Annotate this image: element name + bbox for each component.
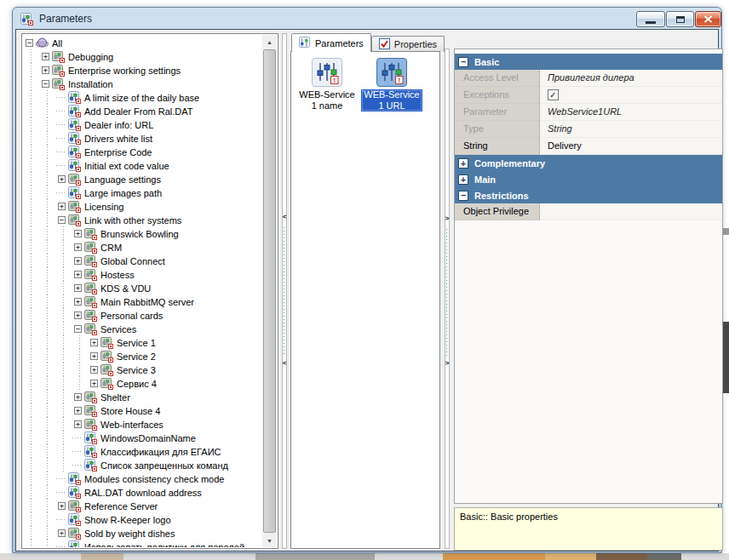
tree-item[interactable]: +CRM	[23, 240, 262, 254]
tree-item[interactable]: Список запрещенных команд	[23, 458, 262, 471]
parameter-item[interactable]: !WEB-Service1 URL	[359, 56, 424, 111]
parameter-item[interactable]: !WEB-Service1 name	[295, 56, 359, 111]
tree-item[interactable]: Add Dealer From Ral.DAT	[23, 104, 262, 117]
tree-item[interactable]: Использовать политики для паролей	[23, 540, 262, 547]
tree-item[interactable]: WindowsDomainName	[23, 431, 262, 444]
section-header-complementary[interactable]: +Complementary	[455, 155, 722, 171]
title-bar[interactable]: Parameters	[13, 8, 721, 30]
tree-item[interactable]: RAL.DAT download address	[23, 485, 262, 499]
expand-toggle[interactable]: +	[74, 420, 82, 428]
expand-toggle[interactable]: −	[74, 325, 82, 333]
tree-item[interactable]: +Service 3	[23, 363, 262, 376]
tree-item[interactable]: Show R-Keeper logo	[23, 512, 262, 526]
tree-item[interactable]: Enterprise Code	[23, 145, 262, 158]
expand-toggle[interactable]: +	[58, 203, 66, 210]
tree-item[interactable]: +KDS & VDU	[23, 281, 262, 294]
section-header-basic[interactable]: −Basic	[455, 54, 722, 70]
tree-item[interactable]: Initial ext code value	[23, 158, 262, 172]
section-toggle[interactable]: +	[458, 158, 468, 169]
tree-item[interactable]: Drivers white list	[23, 131, 262, 145]
property-value[interactable]: WebService1URL	[540, 104, 722, 121]
expand-toggle[interactable]: +	[74, 311, 82, 319]
expand-toggle[interactable]: +	[74, 284, 82, 292]
expand-toggle[interactable]: +	[74, 298, 82, 306]
tree-item[interactable]: +Debugging	[23, 49, 262, 63]
tree-item[interactable]: −Services	[23, 322, 262, 335]
tree-item[interactable]: +Enterprise working settings	[23, 63, 262, 77]
tree-item[interactable]: Modules consistency check mode	[23, 471, 262, 485]
tree-item[interactable]: +Web-interfaces	[23, 417, 262, 431]
maximize-button[interactable]	[666, 11, 694, 27]
tree-item[interactable]: +Personal cards	[23, 308, 262, 322]
property-value[interactable]: Delivery	[540, 138, 722, 155]
splitter-handle[interactable]	[445, 49, 450, 549]
tree-item[interactable]: A limit size of the daily base	[23, 90, 262, 104]
tree-item[interactable]: +Reference Server	[23, 499, 262, 512]
expand-toggle[interactable]: −	[58, 216, 66, 224]
section-header-restrictions[interactable]: −Restrictions	[455, 187, 722, 203]
section-toggle[interactable]: −	[458, 191, 468, 201]
section-toggle[interactable]: +	[458, 174, 468, 185]
property-value[interactable]: String	[540, 121, 722, 138]
tree-item[interactable]: +Language settings	[23, 172, 262, 186]
expand-toggle[interactable]: +	[58, 529, 66, 537]
tree-item[interactable]: Классификация для ЕГАИС	[23, 444, 262, 458]
expand-toggle[interactable]: +	[74, 393, 82, 401]
tree-item[interactable]: +Global Connect	[23, 254, 262, 267]
expand-toggle[interactable]: −	[42, 80, 49, 88]
expand-toggle[interactable]: +	[74, 407, 82, 414]
expand-toggle[interactable]: +	[74, 243, 82, 251]
group-icon	[84, 323, 99, 335]
expand-toggle[interactable]: +	[42, 66, 49, 74]
expand-toggle[interactable]: +	[90, 366, 98, 374]
close-button[interactable]	[695, 11, 721, 27]
collapse-left-icon[interactable]: <	[280, 360, 289, 367]
tab-properties[interactable]: Properties	[371, 36, 445, 52]
section-header-main[interactable]: +Main	[455, 171, 722, 187]
collapse-left-icon[interactable]: <	[280, 214, 289, 220]
expand-toggle[interactable]: +	[58, 502, 66, 510]
expand-toggle[interactable]: −	[26, 39, 33, 47]
splitter-left[interactable]: < <	[280, 33, 289, 549]
tree-item[interactable]: +Store House 4	[23, 403, 262, 417]
tree-item[interactable]: −Installation	[23, 77, 262, 90]
splitter-handle[interactable]	[282, 33, 287, 549]
expand-toggle[interactable]: +	[90, 352, 98, 360]
property-value[interactable]: ✓	[540, 87, 722, 104]
tree-item[interactable]: +Shelter	[23, 390, 262, 403]
tree-scrollbar[interactable]: ▲ ▼	[262, 35, 277, 547]
tree-item[interactable]: +Main RabbitMQ server	[23, 294, 262, 308]
collapse-right-icon[interactable]: >	[443, 360, 451, 367]
minimize-button[interactable]	[636, 11, 665, 27]
tree-item[interactable]: +Sold by weight dishes	[23, 526, 262, 540]
expand-toggle[interactable]: +	[42, 53, 49, 60]
expand-toggle[interactable]: +	[74, 257, 82, 265]
tree-item[interactable]: Dealer info: URL	[23, 117, 262, 131]
property-value[interactable]: Привилегия дилера	[540, 70, 722, 87]
tree-item[interactable]: +Brunswick Bowling	[23, 226, 262, 240]
expand-toggle[interactable]: +	[58, 175, 66, 183]
tree-item[interactable]: −All	[23, 36, 262, 49]
tab-parameters[interactable]: Parameters	[291, 33, 371, 52]
collapse-right-icon[interactable]: >	[443, 215, 451, 222]
tree-item[interactable]: +Hostess	[23, 267, 262, 281]
checkbox-checked[interactable]: ✓	[548, 89, 559, 100]
expand-toggle[interactable]: +	[74, 230, 82, 237]
splitter-right[interactable]: > >	[443, 49, 451, 549]
client-area: −All+Debugging+Enterprise working settin…	[16, 30, 718, 551]
tree-item[interactable]: +Сервис 4	[23, 376, 262, 390]
scrollbar-up-button[interactable]: ▲	[262, 35, 277, 49]
expand-toggle[interactable]: +	[90, 380, 98, 387]
property-value[interactable]	[540, 203, 722, 220]
tree-guide	[23, 540, 39, 547]
tree-item[interactable]: −Link with other systems	[23, 213, 262, 226]
expand-toggle[interactable]: +	[90, 339, 98, 346]
tree-item[interactable]: +Service 2	[23, 349, 262, 363]
section-toggle[interactable]: −	[458, 57, 468, 67]
tree-item[interactable]: +Licensing	[23, 199, 262, 213]
expand-toggle[interactable]: +	[74, 271, 82, 278]
tree-item[interactable]: +Service 1	[23, 335, 262, 349]
tree-item[interactable]: Large images path	[23, 186, 262, 199]
scrollbar-thumb[interactable]	[263, 49, 276, 533]
scrollbar-down-button[interactable]: ▼	[262, 534, 277, 547]
